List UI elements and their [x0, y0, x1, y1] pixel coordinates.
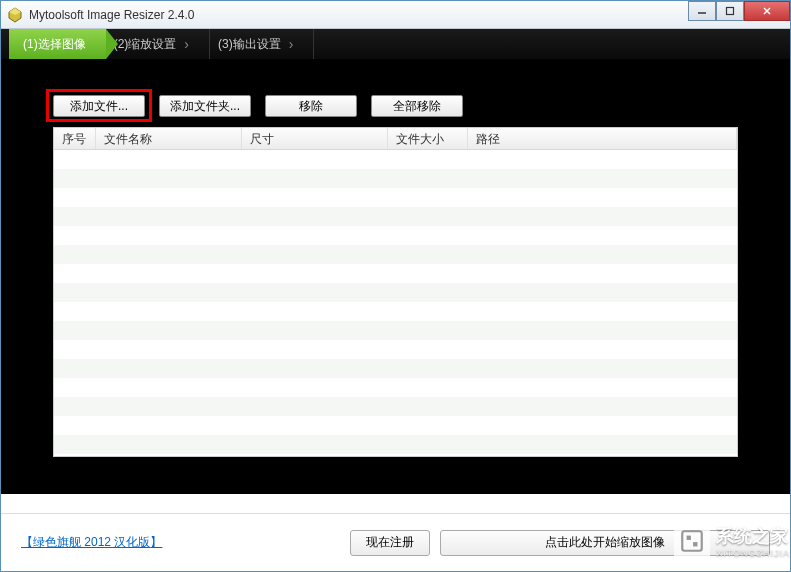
- add-file-button[interactable]: 添加文件...: [53, 95, 145, 117]
- footer: 绿色旗舰 2012 汉化版 现在注册 点击此处开始缩放图像: [1, 513, 790, 571]
- tab-label: (3)输出设置: [218, 36, 281, 53]
- remove-all-button[interactable]: 全部移除: [371, 95, 463, 117]
- col-path[interactable]: 路径: [468, 128, 737, 149]
- table-header: 序号 文件名称 尺寸 文件大小 路径: [54, 128, 737, 150]
- file-table: 序号 文件名称 尺寸 文件大小 路径: [53, 127, 738, 457]
- maximize-button[interactable]: [716, 1, 744, 21]
- step-tabs: (1)选择图像 (2)缩放设置 (3)输出设置: [1, 29, 790, 59]
- app-icon: [7, 7, 23, 23]
- window-controls: [688, 1, 790, 21]
- tab-output-settings[interactable]: (3)输出设置: [204, 29, 314, 59]
- col-filename[interactable]: 文件名称: [96, 128, 242, 149]
- app-window: Mytoolsoft Image Resizer 2.4.0 (1)选择图像 (…: [0, 0, 791, 572]
- start-resize-button[interactable]: 点击此处开始缩放图像: [440, 530, 770, 556]
- table-body[interactable]: [54, 150, 737, 457]
- svg-rect-3: [727, 8, 734, 15]
- col-filesize[interactable]: 文件大小: [388, 128, 468, 149]
- highlight-box: 添加文件...: [46, 89, 152, 122]
- titlebar: Mytoolsoft Image Resizer 2.4.0: [1, 1, 790, 29]
- toolbar: 添加文件... 添加文件夹... 移除 全部移除: [53, 95, 738, 117]
- col-dimensions[interactable]: 尺寸: [242, 128, 388, 149]
- close-button[interactable]: [744, 1, 790, 21]
- credits-link[interactable]: 绿色旗舰 2012 汉化版: [21, 534, 162, 551]
- main-panel: 添加文件... 添加文件夹... 移除 全部移除 序号 文件名称 尺寸 文件大小…: [1, 59, 790, 494]
- col-seq[interactable]: 序号: [54, 128, 96, 149]
- add-folder-button[interactable]: 添加文件夹...: [159, 95, 251, 117]
- minimize-button[interactable]: [688, 1, 716, 21]
- app-title: Mytoolsoft Image Resizer 2.4.0: [29, 8, 194, 22]
- register-button[interactable]: 现在注册: [350, 530, 430, 556]
- remove-button[interactable]: 移除: [265, 95, 357, 117]
- tab-select-image[interactable]: (1)选择图像: [9, 29, 106, 59]
- tab-label: (2)缩放设置: [114, 36, 177, 53]
- tab-label: (1)选择图像: [23, 36, 86, 53]
